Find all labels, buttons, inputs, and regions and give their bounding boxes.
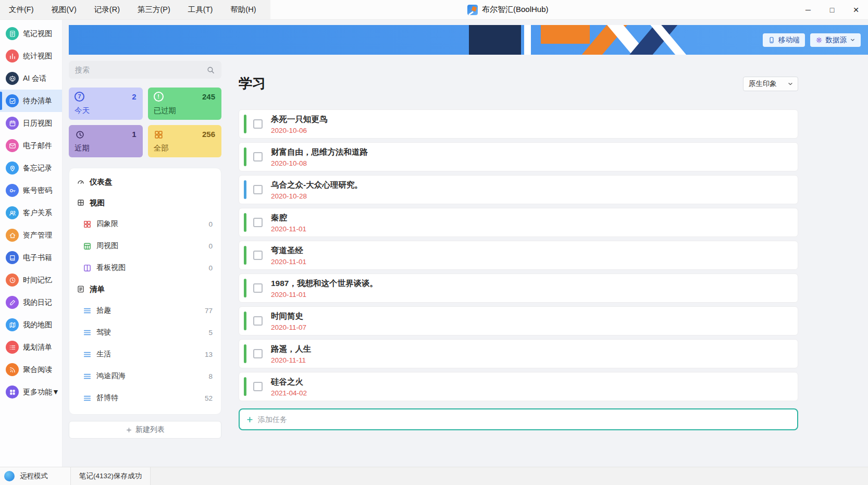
plus-icon bbox=[246, 416, 254, 424]
task-text: 1987，我想和这个世界谈谈。 2020-11-01 bbox=[271, 278, 378, 299]
task-row[interactable]: 1987，我想和这个世界谈谈。 2020-11-01 bbox=[239, 273, 798, 303]
sidebar-item-planning[interactable]: 规划清单 bbox=[0, 336, 62, 358]
add-task-input[interactable] bbox=[258, 415, 791, 424]
sidebar-item-reading[interactable]: 聚合阅读 bbox=[0, 358, 62, 381]
sidebar-item-ai-chat[interactable]: AI 会话 bbox=[0, 67, 62, 90]
stat-card-all[interactable]: 256 全部 bbox=[148, 125, 222, 157]
sidebar-item-time-memory[interactable]: 时间记忆 bbox=[0, 269, 62, 291]
task-row[interactable]: 硅谷之火 2021-04-02 bbox=[239, 372, 798, 401]
task-due-date: 2020-11-11 bbox=[271, 356, 312, 364]
sidebar-item-assets[interactable]: 资产管理 bbox=[0, 224, 62, 246]
list-item-count: 52 bbox=[205, 394, 213, 402]
dashboard-item[interactable]: 仪表盘 bbox=[69, 171, 221, 192]
new-list-button[interactable]: 新建列表 bbox=[69, 421, 221, 439]
stat-card-overdue[interactable]: ! 245 已过期 bbox=[148, 88, 222, 120]
task-checkbox[interactable] bbox=[253, 283, 263, 293]
task-row[interactable]: 时间简史 2020-11-07 bbox=[239, 306, 798, 335]
list-lines-icon bbox=[83, 328, 92, 337]
save-status-message: 笔记(4132)保存成功 bbox=[70, 467, 151, 485]
sidebar-item-label: 更多功能▼ bbox=[23, 388, 59, 397]
list-lines-icon bbox=[83, 372, 92, 381]
task-accent-bar bbox=[244, 246, 246, 265]
sidebar-item-ebooks[interactable]: 电子书籍 bbox=[0, 246, 62, 269]
menu-file[interactable]: 文件(F) bbox=[0, 0, 43, 19]
status-left: 远程模式 bbox=[0, 467, 70, 485]
stat-card-today[interactable]: 7 2 今天 bbox=[69, 88, 143, 120]
list-item[interactable]: 鸿途四海 8 bbox=[69, 365, 221, 387]
list-item[interactable]: 生活 13 bbox=[69, 343, 221, 365]
datasource-button[interactable]: 数据源 bbox=[810, 33, 861, 47]
sidebar-item-calendar-view[interactable]: 日历视图 bbox=[0, 112, 62, 134]
menu-tools[interactable]: 工具(T) bbox=[179, 0, 222, 19]
task-row[interactable]: 杀死一只知更鸟 2020-10-06 bbox=[239, 109, 798, 139]
task-row[interactable]: 弯道圣经 2020-11-01 bbox=[239, 241, 798, 270]
sidebar-item-email[interactable]: 电子邮件 bbox=[0, 134, 62, 157]
task-row[interactable]: 财富自由，思维方法和道路 2020-10-08 bbox=[239, 142, 798, 171]
task-due-date: 2020-10-28 bbox=[271, 192, 363, 200]
view-item-week[interactable]: 周视图 0 bbox=[69, 235, 221, 257]
sidebar-item-passwords[interactable]: 账号密码 bbox=[0, 179, 62, 202]
sidebar-item-stats-view[interactable]: 统计视图 bbox=[0, 45, 62, 67]
minimize-button[interactable]: ─ bbox=[796, 0, 820, 19]
list-lines-icon bbox=[83, 350, 92, 359]
task-row[interactable]: 路遥，人生 2020-11-11 bbox=[239, 339, 798, 368]
view-item-quadrants[interactable]: 四象限 0 bbox=[69, 213, 221, 235]
task-checkbox[interactable] bbox=[253, 382, 263, 391]
task-due-date: 2020-10-08 bbox=[271, 159, 368, 167]
sidebar-item-crm[interactable]: 客户关系 bbox=[0, 202, 62, 224]
task-checkbox[interactable] bbox=[253, 119, 263, 129]
task-checkbox[interactable] bbox=[253, 218, 263, 227]
view-item-kanban[interactable]: 看板视图 0 bbox=[69, 257, 221, 279]
views-section-header[interactable]: 视图 bbox=[69, 192, 221, 213]
list-item[interactable]: 舒博特 52 bbox=[69, 387, 221, 409]
today-count: 2 bbox=[132, 92, 136, 101]
task-checkbox[interactable] bbox=[253, 316, 263, 326]
task-due-date: 2021-04-02 bbox=[271, 389, 307, 397]
task-title: 硅谷之火 bbox=[271, 377, 307, 388]
close-button[interactable]: × bbox=[844, 0, 868, 19]
lists-section-header[interactable]: 清单 bbox=[69, 279, 221, 300]
sidebar-item-more[interactable]: 更多功能▼ bbox=[0, 381, 62, 403]
overdue-icon: ! bbox=[154, 92, 164, 102]
list-item[interactable]: 驾驶 5 bbox=[69, 321, 221, 343]
task-row[interactable]: 乌合之众-大众心理研究。 2020-10-28 bbox=[239, 175, 798, 204]
list-item[interactable]: 拾趣 77 bbox=[69, 300, 221, 321]
search-input[interactable] bbox=[75, 66, 202, 74]
sidebar-item-notes-view[interactable]: 笔记视图 bbox=[0, 22, 62, 45]
menu-help[interactable]: 帮助(H) bbox=[221, 0, 265, 19]
task-checkbox[interactable] bbox=[253, 349, 263, 358]
top-banner: 移动端 数据源 bbox=[69, 25, 868, 55]
mobile-button[interactable]: 移动端 bbox=[763, 33, 805, 47]
ai-chat-icon bbox=[6, 72, 19, 85]
pen-icon bbox=[6, 296, 19, 309]
search-box[interactable] bbox=[69, 61, 221, 79]
maximize-button[interactable]: □ bbox=[820, 0, 844, 19]
task-text: 硅谷之火 2021-04-02 bbox=[271, 377, 307, 397]
connection-status-icon[interactable] bbox=[4, 471, 15, 481]
people-icon bbox=[6, 206, 19, 219]
stats-icon bbox=[6, 49, 19, 63]
task-checkbox[interactable] bbox=[253, 185, 263, 194]
banner-shape bbox=[469, 25, 521, 55]
menu-view[interactable]: 视图(V) bbox=[43, 0, 85, 19]
list-item-count: 5 bbox=[208, 329, 213, 337]
kanban-icon bbox=[83, 264, 92, 272]
stat-card-recent[interactable]: 1 近期 bbox=[69, 125, 143, 157]
task-checkbox[interactable] bbox=[253, 251, 263, 260]
add-task-bar[interactable] bbox=[239, 408, 798, 430]
sidebar: 笔记视图 统计视图 AI 会话 待办清单 日历视图 电子邮件 bbox=[0, 20, 63, 467]
page-title: 学习 bbox=[239, 74, 266, 93]
sidebar-item-map[interactable]: 我的地图 bbox=[0, 314, 62, 336]
sidebar-item-label: 规划清单 bbox=[23, 343, 52, 352]
sidebar-item-memo[interactable]: 备忘记录 bbox=[0, 157, 62, 179]
menu-thirdparty[interactable]: 第三方(P) bbox=[129, 0, 179, 19]
search-icon bbox=[206, 66, 215, 74]
sidebar-item-todo-list[interactable]: 待办清单 bbox=[0, 90, 62, 112]
view-mode-dropdown[interactable]: 原生印象 bbox=[743, 77, 798, 91]
task-row[interactable]: 秦腔 2020-11-01 bbox=[239, 208, 798, 237]
gauge-icon bbox=[77, 178, 85, 186]
task-checkbox[interactable] bbox=[253, 152, 263, 161]
sidebar-item-diary[interactable]: 我的日记 bbox=[0, 291, 62, 314]
menu-record[interactable]: 记录(R) bbox=[85, 0, 129, 19]
task-due-date: 2020-11-01 bbox=[271, 225, 306, 233]
